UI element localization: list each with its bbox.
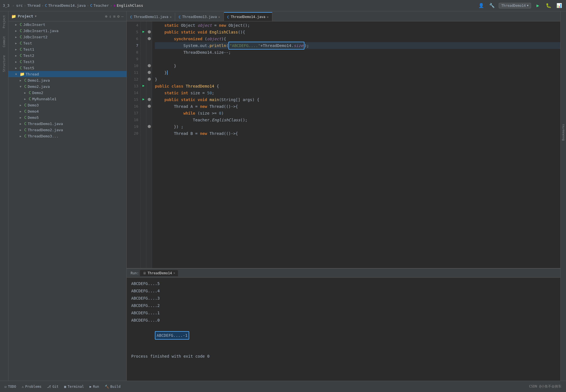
left-sidebar: Project Commit Structure	[0, 11, 8, 381]
run-arrow-5[interactable]: ▶	[142, 30, 144, 34]
build-item[interactable]: 🔨 Build	[105, 385, 121, 389]
code-line-7: System.out.println("ABCDEFG...."+ThreadD…	[155, 42, 560, 49]
tree-item-threaddemo1[interactable]: ▶ C ThreadDemo1.java	[8, 121, 126, 127]
tree-item-demo4[interactable]: ▶ C Demo4	[8, 108, 126, 114]
run-item[interactable]: ▶ Run	[90, 385, 99, 389]
class-icon: C	[24, 128, 26, 132]
status-bar: ☑ TODO ⚠ Problems ⎇ Git ▣ Terminal ▶ Run…	[0, 381, 566, 392]
class-icon: C	[20, 53, 22, 58]
git-item[interactable]: ⎇ Git	[47, 385, 59, 389]
panel-chevron[interactable]: ▼	[35, 15, 37, 18]
tab-close-3[interactable]: ✕	[267, 15, 269, 19]
run-arrow-13[interactable]: ▶	[142, 84, 144, 88]
todo-item[interactable]: ☑ TODO	[5, 385, 16, 389]
class-icon: C	[20, 41, 22, 45]
breadcrumb-file[interactable]: ThreadDemo14.java	[48, 3, 86, 8]
tab-threaddemo14[interactable]: C ThreadDemo14.java ✕	[224, 12, 272, 21]
bookmarks-tab[interactable]: Bookmarks	[561, 124, 565, 141]
git-label: Git	[52, 385, 59, 389]
run-button[interactable]: ▶	[534, 2, 542, 10]
todo-label: TODO	[8, 385, 16, 389]
line-numbers: 4 5 6 7 8 9 10 11 12 13 14 15 16 17 18 1…	[127, 21, 141, 268]
breadcrumb-thread[interactable]: Thread	[27, 3, 41, 8]
console-tab-close[interactable]: ✕	[173, 271, 175, 275]
problems-item[interactable]: ⚠ Problems	[22, 385, 41, 389]
tree-item-demo3[interactable]: ▶ C Demo3	[8, 102, 126, 108]
sidebar-commit-tab[interactable]: Commit	[1, 35, 7, 48]
tree-item-demo5[interactable]: ▶ C Demo5	[8, 114, 126, 121]
tree-item-threaddemo2[interactable]: ▶ C ThreadDemo2.java	[8, 127, 126, 133]
tree-item-test1[interactable]: ▶ C Test1	[8, 46, 126, 52]
run-arrow-15[interactable]: ▶	[142, 97, 144, 101]
tab-threaddemo13[interactable]: C ThreadDemo13.java ✕	[175, 13, 224, 21]
expand-icon[interactable]: ⇕	[109, 14, 111, 19]
debug-button[interactable]: 🐛	[545, 2, 552, 10]
code-line-18: Teacher.EnglishClass();	[155, 117, 560, 123]
tree-item-test2[interactable]: ▶ C Test2	[8, 52, 126, 59]
class-icon: C	[29, 97, 31, 101]
sidebar-project-tab[interactable]: Project	[1, 14, 7, 29]
code-line-20: Thread B = new Thread(()->{	[155, 130, 560, 137]
console-output-5: ABCDEFG....5	[131, 280, 556, 287]
run-status-icon: ▶	[90, 385, 92, 389]
tree-item-demo2[interactable]: ▼ C Demo2.java	[8, 83, 126, 90]
run-config-label: ThreadDemo14	[501, 4, 526, 8]
tree-item-myrunnable[interactable]: ▶ C MyRunnable1	[8, 96, 126, 102]
class-icon: C	[24, 84, 26, 89]
add-icon[interactable]: ⊕	[105, 14, 107, 19]
panel-title: Project	[18, 14, 33, 18]
code-line-10: }	[155, 63, 560, 69]
tree-item-test5[interactable]: ▶ C Test5	[8, 65, 126, 71]
tab-icon-2: C	[179, 15, 181, 19]
collapse-icon[interactable]: ≡	[113, 14, 115, 19]
class-icon: C	[20, 59, 22, 64]
wrench-button[interactable]: 🔧	[488, 2, 496, 10]
class-icon: C	[20, 35, 22, 39]
run-status-label: Run	[93, 385, 99, 389]
tree-item-test[interactable]: ▶ C Test	[8, 40, 126, 46]
sidebar-structure-tab[interactable]: Structure	[1, 54, 7, 73]
code-content[interactable]: static Object object = new Object(); pub…	[152, 21, 560, 268]
panel-actions: ⊕ ⇕ ≡ ⚙ —	[105, 14, 124, 19]
class-icon: C	[24, 121, 26, 126]
top-bar: 3_3 › src › Thread › C ThreadDemo14.java…	[0, 0, 566, 11]
class-icon: C	[24, 115, 26, 120]
code-line-19: }) ;	[155, 123, 560, 130]
tree-item-threaddemo3[interactable]: ▶ C ThreadDemo3...	[8, 133, 126, 139]
breadcrumb-src[interactable]: src	[16, 3, 23, 8]
tab-icon-3: C	[227, 15, 229, 19]
breadcrumb-method[interactable]: EnglishClass	[117, 3, 143, 8]
tree-item-thread-folder[interactable]: ▼ 📁 Thread	[8, 71, 126, 77]
code-line-13: public class ThreadDemo14 {	[155, 83, 560, 90]
tree-item-demo1[interactable]: ▶ C Demo1.java	[8, 77, 126, 83]
class-icon: C	[20, 47, 22, 52]
code-line-14: static int size = 50;	[155, 90, 560, 96]
terminal-item[interactable]: ▣ Terminal	[64, 385, 84, 389]
file-icon-1: C	[45, 3, 47, 8]
breadcrumb-teacher[interactable]: Teacher	[93, 3, 109, 8]
selected-output: ABCDEFG....-1	[155, 331, 189, 340]
tree-item-demo2-class[interactable]: ▶ C Demo2	[8, 90, 126, 96]
console-tab-threaddemo14[interactable]: 🖥 ThreadDemo14 ✕	[140, 270, 178, 276]
code-editor: 4 5 6 7 8 9 10 11 12 13 14 15 16 17 18 1…	[127, 21, 560, 268]
tree-item-jdbcinsert1[interactable]: ▶ C JdbcInsert1.java	[8, 28, 126, 34]
code-line-8: ThreadDemo14.size--;	[155, 49, 560, 56]
vcs-button[interactable]: 👤	[477, 2, 485, 10]
tab-close-1[interactable]: ✕	[170, 15, 172, 19]
bookmark-gutter: ⬤ ⬤ ⬤ ⬤ ⬤ ⬤	[146, 21, 152, 268]
tab-threaddemo11[interactable]: C ThreadDemo11.java ✕	[127, 13, 175, 21]
tree-item-jdbcinsert[interactable]: ▶ C JdbcInsert	[8, 21, 126, 28]
tab-close-2[interactable]: ✕	[218, 15, 220, 19]
project-number: 3_3	[3, 3, 9, 8]
tree-item-test3[interactable]: ▶ C Test3	[8, 59, 126, 65]
run-config[interactable]: ThreadDemo14 ▼	[499, 3, 531, 8]
profile-button[interactable]: 📊	[555, 2, 563, 10]
close-icon[interactable]: —	[121, 14, 124, 19]
gear-icon[interactable]: ⚙	[117, 14, 119, 19]
tree-item-jdbcinsert2[interactable]: ▶ C JdbcInsert2	[8, 34, 126, 40]
panel-folder-icon: 📁	[11, 14, 16, 19]
console-output-1: ABCDEFG....1	[131, 309, 556, 317]
bottom-panel: Run: 🖥 ThreadDemo14 ✕ ABCDEFG....5 ABCDE…	[127, 268, 560, 381]
todo-icon: ☑	[5, 385, 6, 389]
code-line-17: while (size >= 0)	[155, 110, 560, 117]
